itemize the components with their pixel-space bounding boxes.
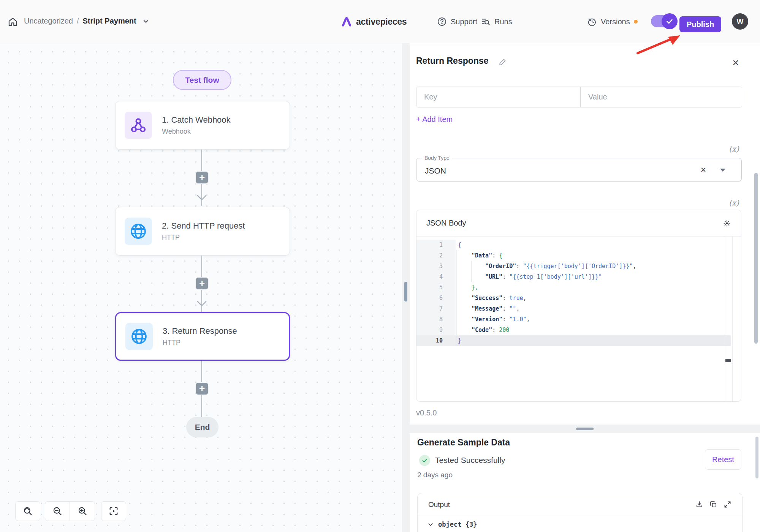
runs-list-search-icon <box>481 17 491 27</box>
reset-zoom-button[interactable] <box>15 501 40 521</box>
value-input[interactable] <box>581 87 742 107</box>
fit-to-view-button[interactable] <box>101 501 126 521</box>
code-line[interactable]: 6"Success": true, <box>416 293 741 303</box>
output-header: Output <box>418 493 742 516</box>
code-line[interactable]: 8"Version": "1.0", <box>416 314 741 325</box>
versions-unpublished-dot <box>634 20 638 24</box>
test-status-text: Tested Successfully <box>435 456 505 465</box>
step-card-catch-webhook[interactable]: 1. Catch Webhook Webhook <box>115 101 290 150</box>
output-tree-item[interactable]: object {3} <box>428 521 477 528</box>
clear-selection-icon[interactable]: ✕ <box>700 166 706 174</box>
expand-icon[interactable] <box>724 500 732 508</box>
line-number: 4 <box>416 272 456 282</box>
step-card-send-http-request[interactable]: 2. Send HTTP request HTTP <box>115 207 290 256</box>
indent-guide <box>456 250 456 335</box>
top-bar: Uncategorized / Stript Payment activepie… <box>0 0 760 43</box>
code-line[interactable]: 3"OrderID": "{{trigger['body']['OrderID'… <box>416 261 741 272</box>
line-number: 9 <box>416 325 456 335</box>
home-button[interactable] <box>8 17 18 27</box>
history-icon <box>587 17 597 27</box>
publish-button[interactable]: Publish <box>679 16 721 32</box>
line-number: 6 <box>416 293 456 303</box>
code-line[interactable]: 9"Code": 200 <box>416 325 741 335</box>
response-headers-group <box>416 87 742 107</box>
reset-zoom-icon <box>22 506 33 516</box>
tree-item-label: object {3} <box>438 521 477 528</box>
output-card: Output object {3} <box>417 493 743 532</box>
body-type-select[interactable]: Body Type JSON ✕ <box>416 155 742 182</box>
output-label: Output <box>428 500 450 509</box>
flow-enabled-toggle[interactable] <box>651 15 674 27</box>
download-icon[interactable] <box>695 500 703 508</box>
add-step-button[interactable]: + <box>195 171 209 184</box>
flow-name[interactable]: Stript Payment <box>83 17 136 25</box>
indent-guide <box>472 261 472 282</box>
logo: activepieces <box>341 16 407 27</box>
add-step-button[interactable]: + <box>195 277 209 290</box>
code-line[interactable]: 4"URL": "{{step_1['body']['url']}}" <box>416 272 741 282</box>
http-globe-icon <box>125 218 152 245</box>
key-input[interactable] <box>416 87 581 107</box>
body-type-label: Body Type <box>422 155 452 161</box>
zoom-in-button[interactable] <box>70 502 95 521</box>
test-flow-button[interactable]: Test flow <box>173 70 231 90</box>
zoom-in-icon <box>77 506 88 516</box>
breadcrumb-folder[interactable]: Uncategorized <box>24 17 73 25</box>
help-icon <box>437 17 447 27</box>
insert-variable-icon[interactable]: (x) <box>729 144 739 153</box>
zoom-button-group <box>45 501 95 521</box>
runs-button[interactable]: Runs <box>481 17 512 27</box>
arrow-down-icon <box>196 194 207 201</box>
panel-resize-handle[interactable] <box>404 282 407 302</box>
code-scrollbar-thumb[interactable] <box>725 359 731 362</box>
avatar-initial: W <box>737 17 744 26</box>
panel-title: Return Response <box>416 56 488 66</box>
ai-format-sparkle-icon[interactable] <box>723 219 731 227</box>
support-button[interactable]: Support <box>437 17 477 27</box>
chevron-down-icon[interactable] <box>142 18 149 25</box>
flow-canvas[interactable]: Test flow 1. Catch Webhook Webhook + <box>0 43 402 532</box>
copy-icon[interactable] <box>709 500 717 508</box>
step-subtitle: HTTP <box>163 339 237 347</box>
code-scrollbar-track[interactable] <box>724 237 733 402</box>
breadcrumb: Uncategorized / Stript Payment <box>24 17 149 25</box>
code-line[interactable]: 2"Data": { <box>416 250 741 261</box>
versions-button[interactable]: Versions <box>587 17 638 27</box>
body-type-value: JSON <box>425 166 446 175</box>
dropdown-caret-icon[interactable] <box>720 169 725 172</box>
add-item-link[interactable]: + Add Item <box>416 115 453 124</box>
json-body-header: JSON Body <box>416 210 741 237</box>
line-number: 3 <box>416 261 456 272</box>
close-panel-icon[interactable]: ✕ <box>730 57 742 69</box>
code-line[interactable]: 10} <box>416 335 741 346</box>
code-line[interactable]: 1{ <box>416 240 741 250</box>
home-icon <box>8 17 18 27</box>
sample-scrollbar-thumb[interactable] <box>755 437 758 478</box>
line-number: 5 <box>416 282 456 293</box>
line-number: 8 <box>416 314 456 325</box>
step-subtitle: HTTP <box>162 234 245 242</box>
retest-button[interactable]: Retest <box>705 449 741 470</box>
avatar[interactable]: W <box>732 13 748 30</box>
success-check-icon <box>419 455 430 466</box>
step-title: 2. Send HTTP request <box>162 221 245 231</box>
section-resize-handle[interactable] <box>576 428 594 430</box>
add-step-button[interactable]: + <box>195 382 209 395</box>
step-subtitle: Webhook <box>162 128 231 136</box>
edit-name-icon[interactable] <box>499 58 507 66</box>
panel-scrollbar-thumb[interactable] <box>754 173 758 344</box>
line-number: 2 <box>416 250 456 261</box>
code-line[interactable]: 7"Message": "", <box>416 303 741 314</box>
webhook-icon <box>125 112 152 139</box>
piece-version-label: v0.5.0 <box>416 409 437 417</box>
code-area[interactable]: 1{2"Data": {3"OrderID": "{{trigger['body… <box>416 237 741 402</box>
http-globe-icon <box>125 323 153 350</box>
flow-end-node: End <box>186 417 218 437</box>
arrow-down-icon <box>196 300 207 307</box>
support-label: Support <box>451 17 477 26</box>
insert-variable-icon[interactable]: (x) <box>729 198 739 207</box>
code-line[interactable]: 5}, <box>416 282 741 293</box>
step-card-return-response[interactable]: 3. Return Response HTTP <box>115 312 290 361</box>
zoom-out-button[interactable] <box>45 502 70 521</box>
toggle-knob <box>662 13 678 29</box>
